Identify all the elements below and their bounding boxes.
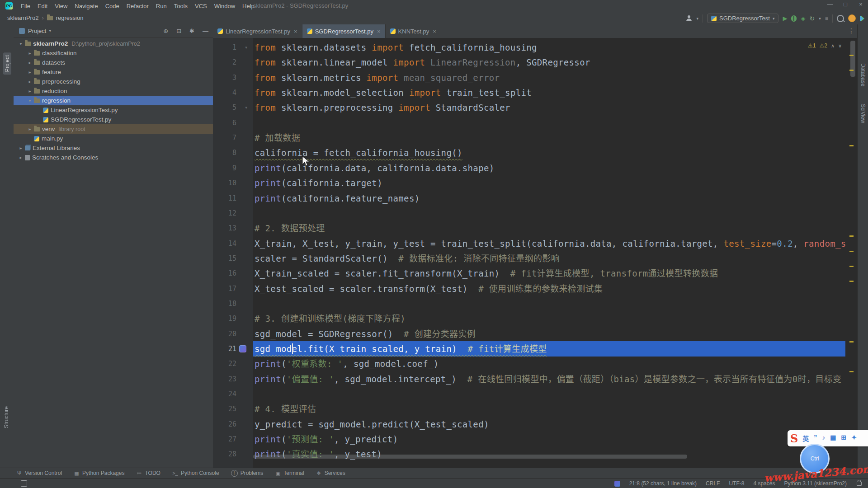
- tool-button-python-packages[interactable]: ▦Python Packages: [74, 470, 124, 476]
- tool-tab-structure[interactable]: Structure: [3, 406, 9, 428]
- stop-button[interactable]: ■: [825, 15, 828, 22]
- code-line[interactable]: 13# 2. 数据预处理: [213, 221, 857, 236]
- tool-button-services[interactable]: ❖Services: [316, 470, 345, 476]
- code-line[interactable]: 17X_test_scaled = scaler.transform(X_tes…: [213, 281, 857, 296]
- maximize-button[interactable]: □: [842, 1, 849, 8]
- code-line[interactable]: 7# 加载数据: [213, 130, 857, 145]
- ime-punct-icon[interactable]: ”: [814, 434, 817, 443]
- tree-item-preprocessing[interactable]: ▸preprocessing: [14, 77, 213, 86]
- tree-item-external-libraries[interactable]: ▸External Libraries: [14, 143, 213, 153]
- fold-icon[interactable]: ▾: [245, 40, 248, 55]
- tool-button-terminal[interactable]: ▣Terminal: [275, 470, 304, 476]
- code-line[interactable]: 5▾from sklearn.preprocessing import Stan…: [213, 100, 857, 115]
- line-separator[interactable]: CRLF: [706, 480, 720, 487]
- tool-tab-sciview[interactable]: SciView: [860, 104, 866, 123]
- search-everywhere-icon[interactable]: [837, 15, 844, 22]
- breadcrumb-folder[interactable]: regression: [56, 14, 84, 21]
- code-line[interactable]: 3from sklearn.metrics import mean_square…: [213, 70, 857, 85]
- menu-item-code[interactable]: Code: [102, 2, 123, 10]
- code-line[interactable]: 27print('预测值: ', y_predict): [213, 432, 857, 447]
- breadcrumb-project[interactable]: sklearnPro2: [7, 14, 38, 21]
- next-problem-icon[interactable]: ∨: [838, 43, 842, 49]
- ime-logo-icon[interactable]: S: [790, 432, 798, 445]
- locate-file-icon[interactable]: ⊕: [163, 28, 168, 34]
- file-encoding[interactable]: UTF-8: [729, 480, 744, 487]
- menu-item-refactor[interactable]: Refactor: [123, 2, 152, 10]
- tool-tab-project[interactable]: Project: [3, 52, 11, 75]
- code-line[interactable]: 1▾from sklearn.datasets import fetch_cal…: [213, 40, 857, 55]
- hide-panel-icon[interactable]: —: [203, 28, 208, 34]
- code-line[interactable]: 23print('偏置值: ', sgd_model.intercept_) #…: [213, 371, 857, 387]
- tree-item-main-py[interactable]: main.py: [14, 134, 213, 143]
- tree-item-sgdregressortest-py[interactable]: SGDRegressorTest.py: [14, 115, 213, 124]
- tool-button-python-console[interactable]: >_Python Console: [172, 470, 219, 476]
- run-configuration-select[interactable]: SGDRegressorTest ▾: [707, 14, 779, 23]
- project-panel-title[interactable]: Project: [28, 28, 46, 34]
- tool-button-version-control[interactable]: ΨVersion Control: [16, 470, 62, 476]
- code-line[interactable]: 2from sklearn.linear_model import Linear…: [213, 55, 857, 70]
- ime-voice-icon[interactable]: ♪: [822, 434, 825, 443]
- menu-item-window[interactable]: Window: [211, 2, 239, 10]
- code-line[interactable]: 22print('权重系数: ', sgd_model.coef_): [213, 356, 857, 371]
- menu-item-edit[interactable]: Edit: [34, 2, 51, 10]
- code-line[interactable]: 26y_predict = sgd_model.predict(X_test_s…: [213, 417, 857, 432]
- ide-misc-icon[interactable]: [860, 15, 863, 22]
- tree-item-datasets[interactable]: ▸datasets: [14, 58, 213, 67]
- code-line[interactable]: 10print(california.target): [213, 175, 857, 191]
- ime-skin-icon[interactable]: ✦: [851, 434, 857, 443]
- collapse-all-icon[interactable]: ⊟: [176, 28, 181, 34]
- layout-icon[interactable]: [21, 480, 27, 487]
- tool-button-todo[interactable]: ≔TODO: [136, 470, 160, 476]
- tree-item-regression[interactable]: ▾regression: [14, 96, 213, 105]
- code-line[interactable]: 18: [213, 296, 857, 311]
- rerun-button[interactable]: ↻: [809, 15, 815, 22]
- fold-icon[interactable]: ▾: [245, 100, 248, 115]
- code-line[interactable]: 25# 4. 模型评估: [213, 401, 857, 417]
- minimize-button[interactable]: —: [826, 1, 834, 8]
- menu-item-file[interactable]: File: [17, 2, 34, 10]
- tree-item-scratches-and-consoles[interactable]: ▸Scratches and Consoles: [14, 153, 213, 162]
- code-line[interactable]: 21sgd_model.fit(X_train_scaled, y_train)…: [213, 341, 857, 357]
- code-line[interactable]: 11print(california.feature_names): [213, 191, 857, 206]
- tool-tab-database[interactable]: Database: [860, 63, 866, 86]
- code-line[interactable]: 6: [213, 115, 857, 131]
- tree-item-feature[interactable]: ▸feature: [14, 67, 213, 77]
- code-line[interactable]: 4from sklearn.model_selection import tra…: [213, 85, 857, 100]
- tool-button-problems[interactable]: !Problems: [231, 470, 264, 477]
- tree-item-venv[interactable]: ▸venvlibrary root: [14, 124, 213, 134]
- user-profile-icon[interactable]: [686, 15, 692, 22]
- vertical-scrollbar[interactable]: [850, 41, 855, 77]
- code-line[interactable]: 14X_train, X_test, y_train, y_test = tra…: [213, 236, 857, 251]
- settings-icon[interactable]: ✱: [189, 28, 194, 34]
- update-notification-icon[interactable]: [848, 14, 856, 22]
- tree-item-linearregressiontest-py[interactable]: LinearRegressionTest.py: [14, 105, 213, 115]
- prev-problem-icon[interactable]: ∧: [831, 43, 835, 49]
- readonly-lock-icon[interactable]: [857, 482, 862, 486]
- inspections-widget[interactable]: ⚠1 ⚠2 ∧ ∨: [808, 42, 842, 49]
- caret-position[interactable]: 21:8 (52 chars, 1 line break): [629, 480, 697, 487]
- menu-item-vcs[interactable]: VCS: [191, 2, 211, 10]
- code-line[interactable]: 12: [213, 206, 857, 221]
- debug-button[interactable]: [791, 15, 797, 22]
- tree-item-sklearnpro2[interactable]: ▾sklearnPro2D:\python_proj\sklearnPro2: [14, 39, 213, 48]
- coverage-button[interactable]: ◈: [801, 15, 805, 22]
- close-button[interactable]: ×: [857, 1, 864, 8]
- code-line[interactable]: 20sgd_model = SGDRegressor() # 创建分类器实例: [213, 326, 857, 342]
- menu-item-navigate[interactable]: Navigate: [71, 2, 101, 10]
- tree-item-reduction[interactable]: ▸reduction: [14, 86, 213, 96]
- ime-lang-icon[interactable]: 英: [802, 434, 809, 443]
- assistant-icon[interactable]: [614, 481, 620, 487]
- menu-item-tools[interactable]: Tools: [170, 2, 191, 10]
- ime-toolbox-icon[interactable]: ⊞: [841, 434, 847, 443]
- tree-item-classification[interactable]: ▸classification: [14, 48, 213, 58]
- code-line[interactable]: 19# 3. 创建和训练模型(梯度下降方程): [213, 311, 857, 326]
- horizontal-scrollbar[interactable]: [253, 455, 687, 459]
- code-line[interactable]: 24: [213, 386, 857, 402]
- run-button[interactable]: ▶: [783, 15, 787, 22]
- code-line[interactable]: 15scaler = StandardScaler() # 数据标准化: 消除不…: [213, 251, 857, 266]
- gutter-run-icon[interactable]: [239, 345, 246, 352]
- menu-item-run[interactable]: Run: [152, 2, 170, 10]
- menu-item-view[interactable]: View: [51, 2, 71, 10]
- ime-keyboard-icon[interactable]: ▦: [830, 434, 836, 443]
- code-line[interactable]: 16X_train_scaled = scaler.fit_transform(…: [213, 266, 857, 281]
